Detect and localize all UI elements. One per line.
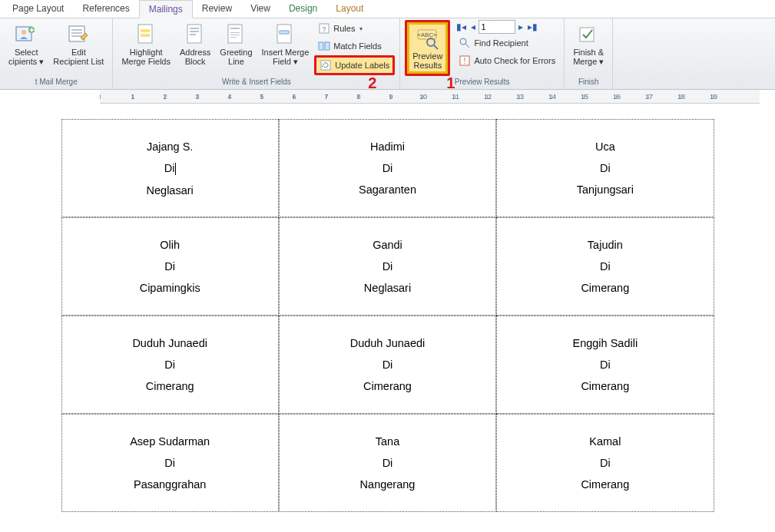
label-cell[interactable]: KamalDiCimerang (496, 414, 714, 512)
page: Jajang S.DiNeglasariHadimiDiSagarantenUc… (61, 119, 714, 512)
label-cell[interactable]: TajudinDiCimerang (496, 217, 714, 316)
tab-references[interactable]: References (73, 0, 138, 18)
label-cell[interactable]: HadimiDiSagaranten (279, 119, 496, 217)
auto-check-errors-button[interactable]: ! Auto Check for Errors (455, 52, 559, 69)
di-text: Di (164, 162, 176, 175)
group-write-insert-fields: Highlight Merge Fields Address Block Gre… (113, 18, 400, 89)
label-cell[interactable]: UcaDiTanjungsari (496, 119, 714, 217)
text-cursor (175, 163, 176, 175)
recipient-name: Asep Sudarman (130, 435, 210, 448)
highlight-icon (134, 22, 158, 47)
recipient-name: Jajang S. (147, 140, 193, 153)
update-labels-button[interactable]: Update Labels (314, 55, 395, 75)
record-number-input[interactable] (479, 20, 515, 34)
svg-point-1 (22, 30, 26, 35)
ribbon-tab-strip: Page Layout References Mailings Review V… (0, 0, 775, 18)
find-recipient-icon (459, 37, 471, 49)
di-text: Di (164, 260, 175, 273)
recipient-name: Duduh Junaedi (132, 337, 207, 349)
svg-text:✚: ✚ (29, 27, 35, 34)
recipient-name: Kamal (589, 435, 621, 448)
last-record-button[interactable]: ▸▮ (526, 21, 539, 32)
svg-line-30 (434, 45, 438, 49)
label-grid: Jajang S.DiNeglasariHadimiDiSagarantenUc… (61, 119, 714, 512)
group-label-finish: Finish (578, 76, 599, 88)
label-cell[interactable]: OlihDiCipamingkis (61, 217, 279, 316)
rules-button[interactable]: ? Rules ▾ (314, 20, 395, 37)
location-text: Cimerang (581, 478, 629, 491)
svg-rect-17 (230, 32, 240, 33)
tab-page-layout[interactable]: Page Layout (3, 0, 73, 18)
first-record-button[interactable]: ▮◂ (455, 21, 468, 32)
auto-check-icon: ! (459, 55, 471, 67)
address-block-icon (183, 22, 207, 47)
label-cell[interactable]: Jajang S.DiNeglasari (61, 119, 279, 217)
label-cell[interactable]: Enggih SadiliDiCimerang (496, 316, 714, 414)
prev-record-button[interactable]: ◂ (469, 21, 477, 32)
svg-rect-12 (190, 28, 199, 29)
di-text: Di (383, 457, 393, 469)
di-text: Di (600, 457, 611, 469)
group-preview-results: «ABC» Preview Results ▮◂ ◂ ▸ ▸▮ Find Rec… (400, 18, 565, 89)
recipient-name: Olih (160, 239, 180, 251)
svg-text:!: ! (464, 57, 466, 65)
svg-rect-15 (228, 25, 242, 43)
tab-layout[interactable]: Layout (326, 0, 373, 18)
di-text: Di (600, 359, 611, 371)
location-text: Pasanggrahan (134, 478, 206, 491)
svg-rect-26 (321, 61, 330, 70)
svg-rect-10 (141, 34, 150, 37)
rules-icon: ? (318, 22, 330, 35)
find-recipient-button[interactable]: Find Recipient (455, 35, 559, 51)
location-text: Neglasari (364, 282, 411, 294)
di-text: Di (383, 260, 393, 273)
insert-merge-field-icon (273, 22, 297, 47)
highlight-merge-fields-button[interactable]: Highlight Merge Fields (118, 20, 174, 68)
update-labels-icon (320, 59, 332, 71)
di-text: Di (600, 162, 611, 174)
recipient-name: Uca (595, 140, 615, 153)
select-recipients-button[interactable]: ✚ Select cipients ▾ (5, 20, 48, 68)
location-text: Cimerang (146, 380, 194, 392)
tab-review[interactable]: Review (193, 0, 241, 18)
tab-mailings[interactable]: Mailings (139, 0, 193, 18)
group-label-preview-results: Preview Results (455, 76, 510, 88)
location-text: Cimerang (363, 380, 412, 392)
insert-merge-field-button[interactable]: Insert Merge Field ▾ (258, 20, 313, 68)
match-fields-icon (318, 40, 330, 52)
di-text: Di (600, 260, 611, 273)
svg-rect-21 (280, 31, 289, 34)
label-cell[interactable]: GandiDiNeglasari (279, 217, 496, 316)
group-label-write-insert: Write & Insert Fields (222, 76, 291, 88)
tab-design[interactable]: Design (280, 0, 326, 18)
label-cell[interactable]: Duduh JunaediDiCimerang (61, 316, 279, 414)
next-record-button[interactable]: ▸ (517, 21, 525, 32)
greeting-line-button[interactable]: Greeting Line (216, 20, 256, 68)
horizontal-ruler[interactable]: 12345678910111213141516171819 (100, 90, 760, 104)
edit-list-icon (66, 22, 91, 47)
svg-rect-9 (141, 29, 150, 32)
edit-recipient-list-button[interactable]: Edit Recipient List (49, 20, 108, 68)
recipient-name: Hadimi (370, 140, 405, 153)
address-block-button[interactable]: Address Block (176, 20, 214, 68)
label-cell[interactable]: Duduh JunaediDiCimerang (279, 316, 496, 414)
edit-recipient-list-label: Edit Recipient List (53, 48, 104, 66)
record-navigation: ▮◂ ◂ ▸ ▸▮ (455, 20, 559, 34)
svg-rect-24 (319, 42, 323, 50)
preview-results-icon: «ABC» (416, 26, 440, 51)
recipient-name: Gandi (373, 239, 402, 251)
label-cell[interactable]: Asep SudarmanDiPasanggrahan (61, 414, 279, 512)
chevron-down-icon: ▾ (359, 25, 363, 32)
match-fields-button[interactable]: Match Fields (314, 38, 395, 55)
recipient-name: Duduh Junaedi (350, 337, 426, 349)
preview-results-button[interactable]: «ABC» Preview Results (405, 20, 450, 76)
di-text: Di (383, 359, 393, 371)
tab-view[interactable]: View (241, 0, 280, 18)
label-cell[interactable]: TanaDiNangerang (279, 414, 496, 512)
recipient-name: Tajudin (588, 239, 623, 251)
document-area: Jajang S.DiNeglasariHadimiDiSagarantenUc… (0, 104, 775, 512)
group-label-start-mail-merge: t Mail Merge (35, 76, 78, 88)
location-text: Nangerang (360, 478, 416, 491)
svg-rect-25 (325, 42, 330, 50)
finish-merge-button[interactable]: Finish & Merge ▾ (569, 20, 608, 68)
